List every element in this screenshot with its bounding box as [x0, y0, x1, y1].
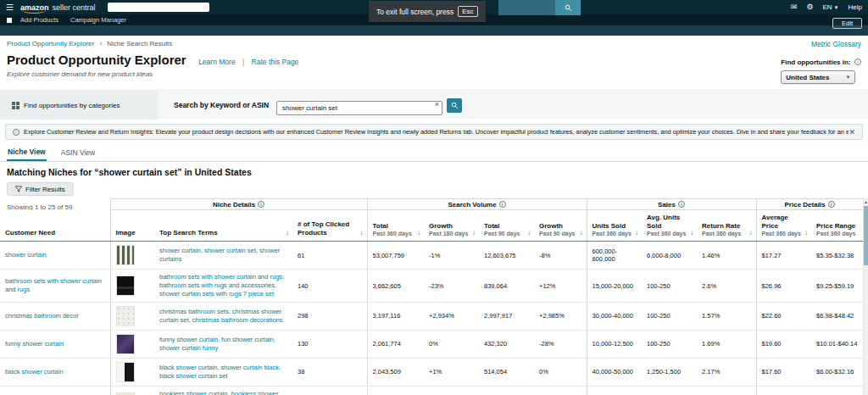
sort-descending-icon[interactable]: ↓	[417, 229, 420, 236]
breadcrumb-root-link[interactable]: Product Opportunity Explorer	[7, 40, 94, 47]
info-icon[interactable]: i	[854, 58, 861, 65]
nav-campaign-manager[interactable]: Campaign Manager	[70, 16, 126, 24]
sort-descending-icon[interactable]: ↓	[360, 229, 364, 236]
messages-icon[interactable]: ✉	[791, 3, 798, 11]
column-header-avg-units-sold[interactable]: Avg. Units SoldPast 360 days↓	[642, 210, 697, 242]
view-tabs: Niche View ASIN View	[0, 145, 868, 162]
column-header-growth[interactable]: GrowthPast 180 days↓	[424, 210, 479, 242]
rate-this-page-link[interactable]: Rate this Page	[252, 58, 299, 66]
cell-avg-price: $25.49	[756, 386, 811, 395]
cell-return-rate: 1.69%	[697, 330, 756, 358]
scrollbar-thumb[interactable]	[864, 206, 868, 265]
top-search-terms-link[interactable]: hookless shower curtain, hookless shower…	[159, 390, 287, 395]
cell-price-range: $6.98-$48.42	[811, 302, 863, 330]
scroll-up-icon[interactable]: ▲	[864, 198, 868, 206]
find-input[interactable]	[498, 0, 555, 15]
info-icon[interactable]: i	[828, 201, 835, 208]
nav-add-products[interactable]: Add Products	[20, 16, 58, 24]
sort-descending-icon[interactable]: ↓	[635, 229, 638, 236]
column-header-image: Image	[110, 210, 154, 242]
column-header-units-sold[interactable]: Units SoldPast 360 days↓	[587, 210, 642, 242]
cell-return-rate: 2.76%	[697, 386, 756, 395]
cell-customer-need: funny shower curtain	[0, 330, 110, 358]
cell-total-90: 471,726	[479, 386, 534, 395]
cell-top-search-terms: hookless shower curtain, hookless shower…	[154, 386, 292, 395]
clear-search-icon[interactable]: ×	[435, 100, 439, 108]
info-icon[interactable]: i	[258, 201, 264, 208]
cell-growth-180: -1%	[424, 242, 479, 270]
customer-need-link[interactable]: christmas bathroom decor	[5, 312, 79, 320]
table-row: bathroom sets with shower curtain and ru…	[0, 270, 863, 303]
filter-funnel-icon	[15, 186, 22, 192]
categories-button-label: Find opportunities by categories	[24, 102, 120, 109]
banner-close-icon[interactable]: ✕	[849, 128, 855, 136]
info-banner: i Explore Customer Review and Return Ins…	[5, 124, 863, 140]
sort-descending-icon[interactable]: ↓	[804, 229, 808, 236]
customer-need-link[interactable]: funny shower curtain	[5, 340, 64, 348]
filter-results-button[interactable]: Filter Results	[7, 182, 74, 196]
info-icon[interactable]: i	[678, 201, 685, 208]
cell-return-rate: 2.6%	[697, 270, 756, 303]
cell-growth-180: -23%	[424, 270, 479, 303]
cell-top-clicked: 61	[292, 242, 367, 270]
cell-image	[110, 330, 154, 358]
keyword-search-button[interactable]	[447, 98, 462, 113]
cell-top-clicked: 298	[292, 302, 367, 330]
niche-results-table-wrap: Niche DetailsiSearch VolumeiSalesiPrice …	[0, 198, 863, 395]
language-selector[interactable]: EN▼	[822, 3, 838, 11]
sort-descending-icon[interactable]: ↓	[749, 229, 753, 236]
marketplace-dropdown[interactable]: United States ▼	[781, 70, 855, 84]
column-header-average-price[interactable]: Average PricePast 360 days↓	[756, 210, 811, 242]
cell-total-90: 514,054	[479, 358, 534, 386]
customer-need-link[interactable]: black shower curtain	[5, 368, 63, 376]
seller-central-page: ☰ amazon seller central To exit full scr…	[0, 0, 868, 395]
learn-more-link[interactable]: Learn More	[198, 58, 235, 66]
sort-descending-icon[interactable]: ↓	[527, 229, 531, 236]
cell-growth-180: +2,934%	[424, 302, 479, 330]
column-header--of-top-clicked-products[interactable]: # of Top Clicked Products↓	[292, 210, 367, 242]
hamburger-menu-icon[interactable]: ☰	[6, 3, 14, 12]
top-search-terms-link[interactable]: funny shower curtain, fun shower curtain…	[159, 336, 287, 353]
tab-niche-view[interactable]: Niche View	[7, 145, 47, 161]
table-scrollbar[interactable]: ▲	[863, 198, 868, 395]
sort-descending-icon[interactable]: ↓	[690, 229, 693, 236]
tab-asin-view[interactable]: ASIN View	[60, 145, 96, 161]
column-header-top-search-terms[interactable]: Top Search Terms↓	[154, 210, 292, 242]
cell-top-search-terms: funny shower curtain, fun shower curtain…	[154, 330, 292, 358]
grid-icon	[12, 102, 19, 109]
settings-gear-icon[interactable]: ⚙	[806, 3, 813, 11]
sort-descending-icon[interactable]: ↓	[286, 229, 289, 236]
column-header-total[interactable]: TotalPast 360 days↓	[367, 210, 424, 242]
top-search-terms-link[interactable]: shower curtain, shower curtain set, show…	[159, 247, 287, 264]
column-header-total[interactable]: TotalPast 90 days↓	[479, 210, 534, 242]
cell-price-range: $6.00-$32.16	[811, 358, 863, 386]
search-icon	[565, 4, 572, 12]
sort-descending-icon[interactable]: ↓	[580, 229, 583, 236]
customer-need-link[interactable]: shower curtain	[5, 251, 47, 259]
top-search-terms-link[interactable]: bathroom sets with shower curtain and ru…	[159, 273, 287, 298]
info-icon[interactable]: i	[499, 201, 506, 208]
cell-growth-90: +2,985%	[534, 302, 587, 330]
top-search-terms-link[interactable]: black shower curtain, shower curtain bla…	[159, 364, 287, 381]
find-by-categories-button[interactable]: Find opportunities by categories	[12, 102, 120, 109]
title-block: Product Opportunity Explorer Learn More …	[7, 53, 298, 78]
help-link[interactable]: Help	[849, 3, 862, 11]
cell-total-90: 2,997,917	[479, 302, 534, 330]
cell-total-360: 3,197,116	[367, 302, 424, 330]
metric-glossary-link[interactable]: Metric Glossary	[811, 40, 861, 48]
column-header-growth[interactable]: GrowthPast 90 days↓	[534, 210, 587, 242]
cell-price-range: $10.01-$40.14	[811, 330, 863, 358]
find-search-button[interactable]	[555, 0, 581, 15]
sort-descending-icon[interactable]: ↓	[472, 229, 476, 236]
global-search-input[interactable]	[108, 3, 209, 12]
amazon-seller-central-logo[interactable]: amazon seller central	[20, 3, 96, 12]
group-header-sales: Salesi	[587, 199, 756, 210]
edit-button[interactable]: Edit	[832, 18, 862, 29]
column-header-return-rate[interactable]: Return RatePast 360 days↓	[697, 210, 756, 242]
top-search-terms-link[interactable]: christmas bathroom sets, christmas showe…	[159, 308, 287, 325]
keyword-search-input[interactable]	[276, 101, 442, 115]
cell-customer-need: shower curtain	[0, 242, 110, 270]
customer-need-link[interactable]: bathroom sets with shower curtain and ru…	[5, 277, 105, 294]
cell-avg-units: 100-250	[642, 302, 697, 330]
cell-return-rate: 2.17%	[697, 358, 756, 386]
